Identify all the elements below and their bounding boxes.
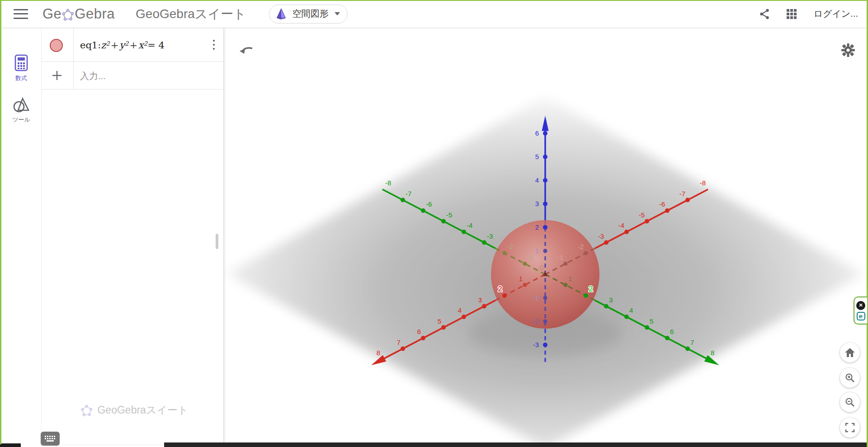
y-axis-tick-label: -1 <box>528 254 533 261</box>
apps-grid-icon[interactable] <box>786 9 797 19</box>
add-entry-button[interactable] <box>51 69 63 82</box>
y-axis-tick-label: -2 <box>507 243 513 250</box>
extension-badge-icon[interactable]: e <box>857 312 865 320</box>
sidebar-item-label: ツール <box>12 116 30 124</box>
y-axis-tick-label: -7 <box>406 190 411 198</box>
x-axis-tick-dot <box>564 262 568 266</box>
perspective-switcher[interactable]: 空間図形 <box>269 5 348 24</box>
x-axis-tick-label: -7 <box>679 190 685 198</box>
algebra-panel: eq1: z2 + y2 + x2 = 4 GeoGebraスイート <box>42 28 224 444</box>
equation-text: eq1: z2 + y2 + x2 = 4 <box>80 28 165 62</box>
x-axis-tick-dot <box>665 208 670 213</box>
y-axis-tick-dot <box>401 198 405 202</box>
graphics-3d-view[interactable]: 0-8-7-6-5-4-3-2-112345678-8-7-6-5-4-3-2-… <box>224 28 867 444</box>
3d-scene-canvas[interactable]: 0-8-7-6-5-4-3-2-112345678-8-7-6-5-4-3-2-… <box>224 28 867 444</box>
sidebar-item-tools[interactable]: ツール <box>1 97 41 124</box>
entry-menu-kebab-icon[interactable] <box>209 38 218 51</box>
x-axis-tick-dot <box>462 315 466 319</box>
browser-extension-widget: ✕ e <box>854 296 867 325</box>
watermark-text: GeoGebraスイート <box>97 403 188 417</box>
settings-gear-button[interactable] <box>840 42 857 59</box>
x-axis-tick-dot <box>441 325 446 330</box>
x-axis-tick-label: 2 <box>498 285 502 293</box>
screen-border-top <box>0 0 868 1</box>
x-axis-tick-dot <box>645 219 649 224</box>
z-axis-tick-label: 5 <box>535 153 539 160</box>
fullscreen-icon <box>845 423 855 433</box>
z-axis-tick-dot <box>543 296 547 300</box>
home-view-button[interactable] <box>840 343 860 362</box>
y-axis-tick-dot <box>482 240 486 245</box>
zoom-out-icon <box>844 397 855 408</box>
x-axis-tick-dot <box>624 230 629 234</box>
y-axis-tick-dot <box>685 347 690 351</box>
y-axis-tick-label: 4 <box>629 306 633 314</box>
algebra-input[interactable] <box>80 68 207 84</box>
perspective-label: 空間図形 <box>292 8 329 20</box>
y-axis-tick-label: 1 <box>568 275 572 282</box>
x-axis-tick-dot <box>421 336 425 340</box>
y-axis-tick-dot <box>604 304 609 309</box>
x-axis-tick-label: 4 <box>458 306 462 314</box>
virtual-keyboard-button[interactable] <box>41 432 60 446</box>
tools-icon <box>13 97 30 113</box>
calculator-icon <box>14 54 28 71</box>
gear-icon <box>840 42 856 58</box>
x-axis-tick-label: 8 <box>377 349 380 357</box>
sidebar-item-algebra[interactable]: 数式 <box>1 54 41 82</box>
x-axis-tick-dot <box>685 198 690 202</box>
x-axis-tick-label: -5 <box>639 211 645 219</box>
x-axis-tick-label: -6 <box>659 200 665 208</box>
x-axis-tick-label: -1 <box>557 254 563 261</box>
z-axis-tick-dot <box>543 320 547 324</box>
z-axis-tick-label: 4 <box>535 176 539 184</box>
pentagon-logo-icon <box>62 9 74 21</box>
z-axis-tick-dot <box>543 178 547 183</box>
chevron-down-icon <box>335 12 340 15</box>
pentagon-watermark-icon <box>81 405 93 416</box>
share-icon[interactable] <box>759 8 770 20</box>
x-axis-tick-label: -4 <box>618 221 624 229</box>
y-axis-tick-dot <box>462 230 466 234</box>
x-axis-tick-dot <box>482 304 486 309</box>
x-axis-tick-dot <box>502 293 507 298</box>
y-axis-tick-dot <box>624 315 629 319</box>
zoom-out-button[interactable] <box>840 392 860 412</box>
visibility-marble[interactable] <box>50 39 63 52</box>
app-title: GeoGebraスイート <box>136 5 246 23</box>
x-axis-tick-label: 1 <box>519 275 523 282</box>
login-button[interactable]: ログイン... <box>813 8 858 20</box>
z-axis-tick-label: -2 <box>533 317 539 325</box>
z-axis-tick-label: -1 <box>533 294 539 301</box>
algebra-entry-row[interactable]: eq1: z2 + y2 + x2 = 4 <box>42 28 224 62</box>
geogebra-logo: Ge Gebra <box>42 6 115 22</box>
z-axis-tick-label: 3 <box>535 200 539 207</box>
z-axis-tick-label: 2 <box>535 223 539 231</box>
taskbar-strip-right <box>164 442 867 447</box>
z-axis-tick-dot <box>543 225 547 230</box>
y-axis-tick-label: 7 <box>690 339 694 346</box>
z-axis-tick-dot <box>543 343 547 347</box>
y-axis-tick-dot <box>584 293 588 298</box>
plus-icon <box>51 69 63 82</box>
fullscreen-button[interactable] <box>840 418 860 438</box>
logo-text-prefix: Ge <box>42 6 61 22</box>
extension-close-icon[interactable]: ✕ <box>856 301 865 310</box>
screen-border-left <box>0 0 1 444</box>
y-axis-tick-dot <box>441 219 446 224</box>
z-axis-tick-dot <box>543 131 547 136</box>
x-axis-tick-label: 5 <box>438 317 441 325</box>
panel-scrollbar-thumb[interactable] <box>216 234 218 249</box>
zoom-in-button[interactable] <box>840 368 860 388</box>
x-axis-tick-label: 3 <box>478 296 482 304</box>
header-bar: Ge Gebra GeoGebraスイート 空間図形 <box>0 0 868 28</box>
origin-label: 0 <box>540 263 543 271</box>
y-axis-tick-dot <box>645 325 649 330</box>
y-axis-tick-label: -6 <box>426 200 432 208</box>
y-axis-tick-label: -4 <box>467 221 472 229</box>
undo-button[interactable] <box>238 42 255 57</box>
y-axis-tick-dot <box>503 251 507 255</box>
hamburger-menu-icon[interactable] <box>14 9 28 19</box>
watermark: GeoGebraスイート <box>62 403 207 417</box>
x-axis-tick-label: 6 <box>417 328 421 335</box>
